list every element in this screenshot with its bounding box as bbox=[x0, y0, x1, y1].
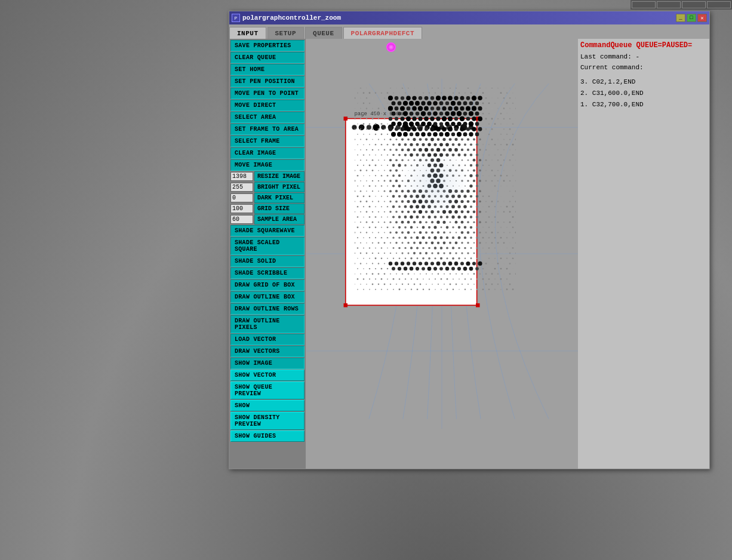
show-queue-preview-button[interactable]: SHOW QUEUE PREVIEW bbox=[230, 381, 305, 399]
thumb-3 bbox=[682, 1, 706, 8]
dot-art-canvas bbox=[355, 88, 516, 317]
maximize-button[interactable]: □ bbox=[687, 14, 696, 22]
cmd-item-2: 2. C31,600.0,END bbox=[580, 88, 707, 99]
tab-bar: INPUT SETUP QUEUE PolargraphDEFCT bbox=[229, 24, 709, 39]
dark-pixel-input[interactable] bbox=[230, 193, 253, 202]
save-properties-button[interactable]: SAVE PROPERTIES bbox=[230, 40, 305, 51]
main-content: SAVE PROPERTIES CLEAR QUEUE SET HOME SET… bbox=[229, 39, 709, 469]
show-density-preview-button[interactable]: SHOW DENSITY PREVIEW bbox=[230, 412, 305, 430]
pen-indicator bbox=[386, 42, 396, 52]
grid-size-row: GRID SIZE bbox=[230, 204, 305, 214]
load-vector-button[interactable]: LOAD VECTOR bbox=[230, 334, 305, 345]
show-guides-button[interactable]: SHOW GUIDES bbox=[230, 430, 305, 442]
thumb-4 bbox=[707, 1, 731, 8]
dark-pixel-row: DARK PIXEL bbox=[230, 193, 305, 203]
bright-pixel-button[interactable]: BRIGHT PIXEL bbox=[254, 182, 305, 192]
taskbar-thumbnails bbox=[630, 0, 732, 10]
command-info: Last command: - Current command: bbox=[580, 52, 707, 73]
sample-area-row: SAMPLE AREA bbox=[230, 214, 305, 224]
window-title: polargraphcontroller_zoom bbox=[242, 14, 341, 21]
app-window: P polargraphcontroller_zoom _ □ ✕ INPUT … bbox=[229, 11, 710, 469]
right-panel: CommandQueue QUEUE=PAUSED= Last command:… bbox=[578, 39, 709, 469]
move-pen-to-point-button[interactable]: MOVE PEN TO POINT bbox=[230, 88, 305, 99]
clear-queue-button[interactable]: CLEAR QUEUE bbox=[230, 52, 305, 63]
sample-area-button[interactable]: SAMPLE AREA bbox=[254, 214, 305, 224]
set-frame-to-area-button[interactable]: SET FRAME TO AREA bbox=[230, 124, 305, 135]
shade-scribble-button[interactable]: SHADE SCRIBBLE bbox=[230, 267, 305, 279]
tab-setup[interactable]: SETUP bbox=[267, 27, 305, 39]
draw-outline-pixels-button[interactable]: DRAW OUTLINE PIXELS bbox=[230, 315, 305, 333]
sample-area-input[interactable] bbox=[230, 215, 253, 224]
minimize-button[interactable]: _ bbox=[676, 14, 685, 22]
cmd-item-3: 3. C02,1.2,END bbox=[580, 76, 707, 88]
grid-size-button[interactable]: GRID SIZE bbox=[254, 204, 305, 214]
draw-vectors-button[interactable]: DRAW VECTORS bbox=[230, 346, 305, 357]
show-vector-button[interactable]: SHOW VECTOR bbox=[230, 370, 305, 381]
dark-pixel-button[interactable]: DARK PIXEL bbox=[254, 193, 305, 203]
app-icon: P bbox=[232, 14, 240, 22]
close-button[interactable]: ✕ bbox=[697, 14, 707, 22]
current-command: Current command: bbox=[580, 63, 707, 73]
move-image-button[interactable]: MOVE IMAGE bbox=[230, 159, 305, 171]
set-pen-position-button[interactable]: SET PEN POSITION bbox=[230, 76, 305, 87]
thumb-2 bbox=[657, 1, 681, 8]
left-panel: SAVE PROPERTIES CLEAR QUEUE SET HOME SET… bbox=[229, 39, 306, 469]
select-area-button[interactable]: SELECT AREA bbox=[230, 112, 305, 123]
svg-rect-6 bbox=[344, 116, 348, 121]
last-command: Last command: - bbox=[580, 52, 707, 63]
show-image-button[interactable]: SHOW IMAGE bbox=[230, 358, 305, 369]
shade-scaled-square-button[interactable]: SHADE SCALED SQUARE bbox=[230, 237, 305, 255]
resize-image-input[interactable] bbox=[230, 172, 253, 181]
bright-pixel-row: BRIGHT PIXEL bbox=[230, 182, 305, 192]
draw-outline-rows-button[interactable]: DRAW OUTLINE ROWS bbox=[230, 303, 305, 315]
set-home-button[interactable]: SET HOME bbox=[230, 64, 305, 75]
svg-rect-8 bbox=[344, 303, 348, 307]
shade-squarewave-button[interactable]: SHADE SQUAREWAVE bbox=[230, 225, 305, 236]
command-queue-title: CommandQueue QUEUE=PAUSED= bbox=[580, 41, 707, 50]
shade-solid-button[interactable]: SHADE SOLID bbox=[230, 256, 305, 267]
grid-size-input[interactable] bbox=[230, 204, 253, 213]
draw-outline-box-button[interactable]: DRAW OUTLINE BOX bbox=[230, 291, 305, 303]
show-button[interactable]: SHOW bbox=[230, 400, 305, 411]
tab-polargraph[interactable]: PolargraphDEFCT bbox=[343, 27, 423, 39]
canvas-area[interactable]: page 450 x 640mm bbox=[306, 39, 578, 469]
resize-image-button[interactable]: RESIZE IMAGE bbox=[254, 171, 305, 181]
window-controls: _ □ ✕ bbox=[676, 14, 707, 22]
title-bar: P polargraphcontroller_zoom _ □ ✕ bbox=[229, 11, 709, 24]
select-frame-button[interactable]: SELECT FRAME bbox=[230, 136, 305, 147]
tab-queue[interactable]: QUEUE bbox=[305, 27, 342, 39]
draw-grid-of-box-button[interactable]: DRAW GRID OF BOX bbox=[230, 279, 305, 291]
tab-input[interactable]: INPUT bbox=[229, 27, 266, 39]
resize-image-row: RESIZE IMAGE bbox=[230, 171, 305, 181]
move-direct-button[interactable]: MOVE DIRECT bbox=[230, 100, 305, 111]
title-bar-left: P polargraphcontroller_zoom bbox=[232, 14, 341, 22]
cmd-item-1: 1. C32,700.0,END bbox=[580, 99, 707, 110]
thumb-1 bbox=[632, 1, 656, 8]
clear-image-button[interactable]: CLEAR IMAGE bbox=[230, 147, 305, 159]
bright-pixel-input[interactable] bbox=[230, 183, 253, 192]
command-list: 3. C02,1.2,END 2. C31,600.0,END 1. C32,7… bbox=[580, 76, 707, 110]
